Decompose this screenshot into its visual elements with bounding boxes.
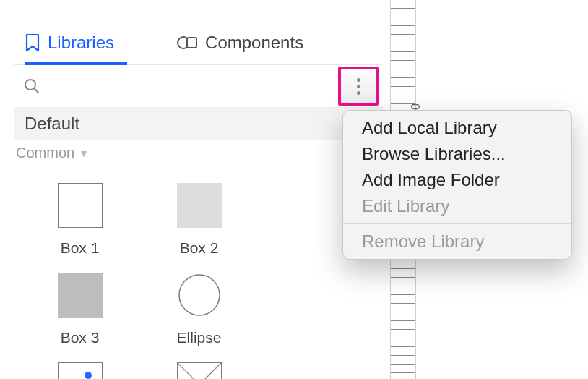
- tab-components-label: Components: [205, 33, 303, 53]
- tab-components[interactable]: Components: [166, 33, 327, 64]
- search-row: [14, 65, 383, 107]
- box-outline-icon: [58, 183, 103, 228]
- menu-edit-library: Edit Library: [343, 193, 571, 219]
- library-header[interactable]: Default: [14, 107, 383, 140]
- widget-box1[interactable]: Box 1: [20, 173, 139, 263]
- svg-line-3: [34, 88, 38, 93]
- widget-placeholder[interactable]: Placeholder: [139, 352, 259, 379]
- widget-label: Ellipse: [177, 329, 222, 346]
- more-vertical-icon: [357, 77, 360, 96]
- library-options-menu: Add Local Library Browse Libraries... Ad…: [342, 110, 572, 260]
- search-input[interactable]: [42, 77, 338, 95]
- widget-box2[interactable]: Box 2: [139, 173, 259, 263]
- svg-rect-1: [187, 38, 196, 48]
- library-options-button[interactable]: [338, 67, 379, 106]
- libraries-panel: Libraries Components Default Common ▼: [14, 0, 383, 379]
- svg-point-5: [85, 372, 92, 379]
- menu-separator: [343, 223, 571, 224]
- bookmark-icon: [25, 33, 40, 52]
- widget-label: Box 2: [180, 239, 219, 257]
- image-icon: [58, 362, 103, 379]
- widget-label: Box 1: [61, 239, 100, 257]
- ruler-major-tick: [391, 98, 415, 98]
- svg-line-6: [178, 363, 221, 379]
- panel-tabs: Libraries Components: [14, 0, 383, 65]
- search-icon[interactable]: [22, 76, 42, 96]
- tab-libraries[interactable]: Libraries: [14, 33, 137, 64]
- menu-add-image-folder[interactable]: Add Image Folder: [343, 167, 571, 193]
- box-dark-icon: [58, 273, 103, 318]
- menu-add-local-library[interactable]: Add Local Library: [343, 115, 571, 141]
- widget-grid: Box 1 Box 2 Box 3 Ellipse Image: [14, 166, 383, 379]
- library-name: Default: [25, 114, 79, 133]
- svg-line-7: [178, 363, 221, 379]
- widget-box3[interactable]: Box 3: [20, 263, 139, 352]
- library-section[interactable]: Common ▼: [14, 140, 383, 166]
- section-label: Common: [16, 145, 74, 161]
- menu-remove-library: Remove Library: [343, 229, 571, 255]
- ellipse-icon: [177, 273, 222, 318]
- menu-browse-libraries[interactable]: Browse Libraries...: [343, 141, 571, 167]
- svg-point-4: [179, 275, 220, 315]
- chevron-down-icon: ▼: [79, 148, 89, 159]
- widget-ellipse[interactable]: Ellipse: [139, 263, 259, 352]
- widget-image[interactable]: Image: [20, 352, 139, 379]
- tab-libraries-label: Libraries: [48, 33, 114, 53]
- components-icon: [176, 34, 198, 51]
- widget-label: Box 3: [61, 329, 100, 346]
- ruler-label-0: 0: [410, 103, 423, 110]
- box-filled-icon: [177, 183, 222, 228]
- placeholder-icon: [177, 362, 222, 379]
